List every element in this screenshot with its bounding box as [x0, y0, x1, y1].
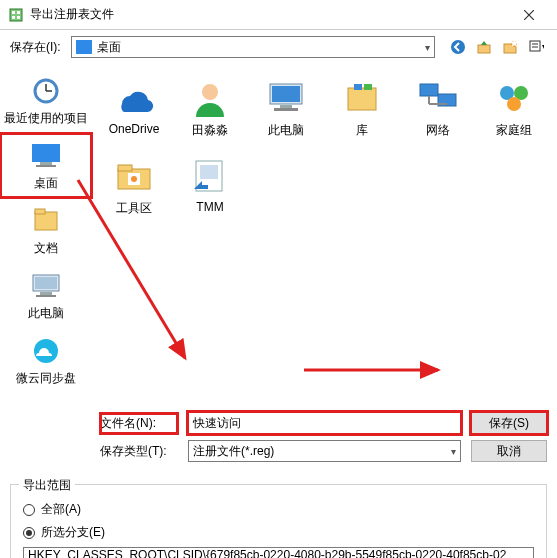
grid-item-label: OneDrive: [109, 122, 160, 136]
svg-rect-21: [36, 165, 56, 167]
svg-text:★: ★: [509, 39, 519, 50]
sidebar-item-desktop[interactable]: 桌面: [0, 133, 92, 198]
radio-icon: [23, 504, 35, 516]
window-title: 导出注册表文件: [30, 6, 509, 23]
location-toolbar: 保存在(I): 桌面 ▾ ★ ▾: [0, 30, 557, 64]
sidebar-item-recent[interactable]: 最近使用的项目: [0, 68, 92, 133]
filename-value: 快速访问: [193, 415, 241, 432]
grid-item-homegroup[interactable]: 家庭组: [476, 72, 552, 150]
grid-item-onedrive[interactable]: OneDrive: [96, 72, 172, 150]
folder-icon: [110, 154, 158, 198]
svg-rect-19: [32, 144, 60, 162]
grid-item-label: TMM: [196, 200, 223, 214]
svg-rect-49: [200, 165, 218, 179]
svg-rect-35: [354, 84, 362, 90]
radio-all-label: 全部(A): [41, 501, 81, 518]
sidebar-item-documents[interactable]: 文档: [0, 198, 92, 263]
file-grid[interactable]: OneDrive 田淼淼 此电脑 库 网络 家庭组 工具区 TMM: [92, 64, 557, 410]
view-menu-button[interactable]: ▾: [525, 36, 547, 58]
svg-rect-26: [40, 292, 52, 295]
grid-item-label: 家庭组: [496, 122, 532, 139]
titlebar: 导出注册表文件: [0, 0, 557, 30]
save-button[interactable]: 保存(S): [471, 412, 547, 434]
export-range-group: 导出范围 全部(A) 所选分支(E) HKEY_CLASSES_ROOT\CLS…: [10, 484, 547, 558]
grid-item-label: 工具区: [116, 200, 152, 217]
branch-path-input[interactable]: HKEY_CLASSES_ROOT\CLSID\{679f85cb-0220-4…: [23, 547, 534, 558]
grid-item-label: 此电脑: [268, 122, 304, 139]
desktop-icon: [26, 139, 66, 173]
grid-item-user[interactable]: 田淼淼: [172, 72, 248, 150]
svg-rect-27: [36, 295, 56, 297]
svg-rect-1: [12, 11, 15, 14]
chevron-down-icon: ▾: [425, 42, 430, 53]
svg-rect-12: [530, 41, 540, 51]
regedit-icon: [8, 7, 24, 23]
svg-rect-20: [40, 162, 52, 165]
homegroup-icon: [490, 76, 538, 120]
svg-rect-4: [17, 16, 20, 19]
grid-item-tmm[interactable]: TMM: [172, 150, 248, 228]
radio-all[interactable]: 全部(A): [23, 501, 534, 518]
sidebar-item-thispc[interactable]: 此电脑: [0, 263, 92, 328]
computer-icon: [262, 76, 310, 120]
svg-rect-36: [364, 84, 372, 90]
filetype-value: 注册文件(*.reg): [193, 443, 274, 460]
svg-rect-25: [35, 277, 57, 289]
places-sidebar: 最近使用的项目 桌面 文档 此电脑 微云同步盘: [0, 64, 92, 410]
main-area: 最近使用的项目 桌面 文档 此电脑 微云同步盘 OneDrive 田淼淼: [0, 64, 557, 410]
svg-point-43: [507, 97, 521, 111]
grid-item-label: 网络: [426, 122, 450, 139]
filetype-label: 保存类型(T):: [100, 443, 178, 460]
sidebar-item-weiyun[interactable]: 微云同步盘: [0, 328, 92, 393]
grid-item-libraries[interactable]: 库: [324, 72, 400, 150]
close-icon: [524, 10, 534, 20]
svg-rect-32: [280, 105, 292, 108]
svg-rect-22: [35, 212, 57, 230]
weiyun-icon: [26, 334, 66, 368]
filename-input[interactable]: 快速访问: [188, 412, 461, 434]
cancel-button[interactable]: 取消: [471, 440, 547, 462]
svg-rect-3: [12, 16, 15, 19]
location-dropdown[interactable]: 桌面 ▾: [71, 36, 435, 58]
svg-rect-31: [272, 86, 300, 102]
onedrive-icon: [110, 76, 158, 120]
grid-item-tools[interactable]: 工具区: [96, 150, 172, 228]
svg-rect-2: [17, 11, 20, 14]
desktop-icon: [76, 40, 92, 54]
svg-point-7: [451, 40, 465, 54]
svg-rect-37: [420, 84, 438, 96]
sidebar-item-label: 桌面: [34, 175, 58, 192]
sidebar-item-label: 此电脑: [28, 305, 64, 322]
radio-selected-branch[interactable]: 所选分支(E): [23, 524, 534, 541]
close-button[interactable]: [509, 1, 549, 29]
svg-point-47: [131, 176, 137, 182]
documents-icon: [26, 204, 66, 238]
location-value: 桌面: [97, 39, 121, 56]
up-one-level-button[interactable]: [473, 36, 495, 58]
form-area: 文件名(N): 快速访问 保存(S) 保存类型(T): 注册文件(*.reg) …: [0, 410, 557, 478]
grid-item-label: 库: [356, 122, 368, 139]
radio-icon: [23, 527, 35, 539]
new-folder-button[interactable]: ★: [499, 36, 521, 58]
grid-item-network[interactable]: 网络: [400, 72, 476, 150]
filetype-dropdown[interactable]: 注册文件(*.reg): [188, 440, 461, 462]
back-button[interactable]: [447, 36, 469, 58]
export-range-title: 导出范围: [19, 477, 75, 494]
grid-item-thispc[interactable]: 此电脑: [248, 72, 324, 150]
sidebar-item-label: 最近使用的项目: [4, 110, 88, 127]
svg-text:▾: ▾: [542, 40, 544, 54]
save-in-label: 保存在(I):: [10, 39, 61, 56]
computer-icon: [26, 269, 66, 303]
sidebar-item-label: 文档: [34, 240, 58, 257]
svg-rect-34: [348, 88, 376, 110]
user-icon: [186, 76, 234, 120]
sidebar-item-label: 微云同步盘: [16, 370, 76, 387]
recent-icon: [26, 74, 66, 108]
svg-rect-8: [478, 45, 490, 53]
branch-path-value: HKEY_CLASSES_ROOT\CLSID\{679f85cb-0220-4…: [28, 548, 506, 558]
toolbar-icons: ★ ▾: [447, 36, 547, 58]
radio-branch-label: 所选分支(E): [41, 524, 105, 541]
filename-label: 文件名(N):: [100, 413, 178, 434]
svg-rect-33: [274, 108, 298, 111]
svg-rect-23: [35, 209, 45, 214]
